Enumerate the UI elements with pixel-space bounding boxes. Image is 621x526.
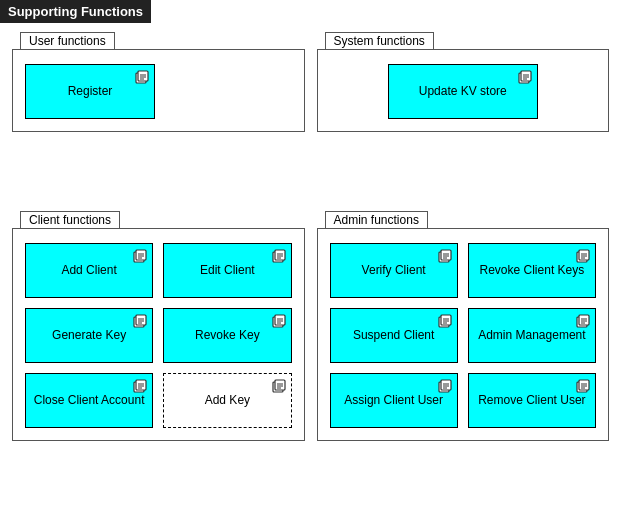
verify-client-icon — [437, 248, 453, 266]
use-case-revoke-client-keys[interactable]: Revoke Client Keys — [468, 243, 596, 298]
admin-functions-box: Verify Client Revoke Client Keys Suspend… — [317, 228, 610, 441]
update-kv-label: Update KV store — [419, 84, 507, 100]
suspend-client-icon — [437, 313, 453, 331]
system-functions-box: Update KV store — [317, 49, 610, 132]
use-case-register[interactable]: Register — [25, 64, 155, 119]
close-client-account-label: Close Client Account — [34, 393, 145, 409]
assign-client-user-label: Assign Client User — [344, 393, 443, 409]
verify-client-label: Verify Client — [362, 263, 426, 279]
system-functions-grid: Update KV store — [388, 64, 538, 119]
edit-client-icon — [271, 248, 287, 266]
user-functions-box: Register — [12, 49, 305, 132]
close-client-account-icon — [132, 378, 148, 396]
use-case-assign-client-user[interactable]: Assign Client User — [330, 373, 458, 428]
client-functions-grid: Add Client Edit Client Generate Key — [25, 243, 292, 428]
assign-client-user-icon — [437, 378, 453, 396]
use-case-close-client-account[interactable]: Close Client Account — [25, 373, 153, 428]
register-label: Register — [68, 84, 113, 100]
client-functions-group: Client functions Add Client Edit Client — [12, 228, 305, 511]
revoke-client-keys-label: Revoke Client Keys — [480, 263, 585, 279]
client-functions-tab: Client functions — [20, 211, 120, 228]
title-text: Supporting Functions — [8, 4, 143, 19]
title-bar: Supporting Functions — [0, 0, 151, 23]
use-case-add-key[interactable]: Add Key — [163, 373, 291, 428]
remove-client-user-icon — [575, 378, 591, 396]
admin-functions-grid: Verify Client Revoke Client Keys Suspend… — [330, 243, 597, 428]
generate-key-icon — [132, 313, 148, 331]
admin-functions-tab: Admin functions — [325, 211, 428, 228]
suspend-client-label: Suspend Client — [353, 328, 434, 344]
main-container: User functions Register System functions — [0, 23, 621, 523]
admin-management-icon — [575, 313, 591, 331]
use-case-generate-key[interactable]: Generate Key — [25, 308, 153, 363]
revoke-key-label: Revoke Key — [195, 328, 260, 344]
edit-client-label: Edit Client — [200, 263, 255, 279]
register-icon — [134, 69, 150, 87]
update-kv-icon — [517, 69, 533, 87]
use-case-remove-client-user[interactable]: Remove Client User — [468, 373, 596, 428]
use-case-verify-client[interactable]: Verify Client — [330, 243, 458, 298]
use-case-update-kv[interactable]: Update KV store — [388, 64, 538, 119]
client-functions-box: Add Client Edit Client Generate Key — [12, 228, 305, 441]
admin-management-label: Admin Management — [478, 328, 585, 344]
use-case-admin-management[interactable]: Admin Management — [468, 308, 596, 363]
generate-key-label: Generate Key — [52, 328, 126, 344]
admin-functions-group: Admin functions Verify Client Revoke Cli… — [317, 228, 610, 511]
user-functions-group: User functions Register — [12, 49, 305, 202]
add-client-label: Add Client — [61, 263, 116, 279]
user-functions-tab: User functions — [20, 32, 115, 49]
use-case-edit-client[interactable]: Edit Client — [163, 243, 291, 298]
use-case-suspend-client[interactable]: Suspend Client — [330, 308, 458, 363]
user-functions-grid: Register — [25, 64, 155, 119]
system-functions-tab: System functions — [325, 32, 434, 49]
remove-client-user-label: Remove Client User — [478, 393, 585, 409]
revoke-client-keys-icon — [575, 248, 591, 266]
use-case-add-client[interactable]: Add Client — [25, 243, 153, 298]
system-functions-group: System functions Update KV store — [317, 49, 610, 202]
revoke-key-icon — [271, 313, 287, 331]
add-client-icon — [132, 248, 148, 266]
use-case-revoke-key[interactable]: Revoke Key — [163, 308, 291, 363]
add-key-icon — [271, 378, 287, 396]
add-key-label: Add Key — [205, 393, 250, 409]
